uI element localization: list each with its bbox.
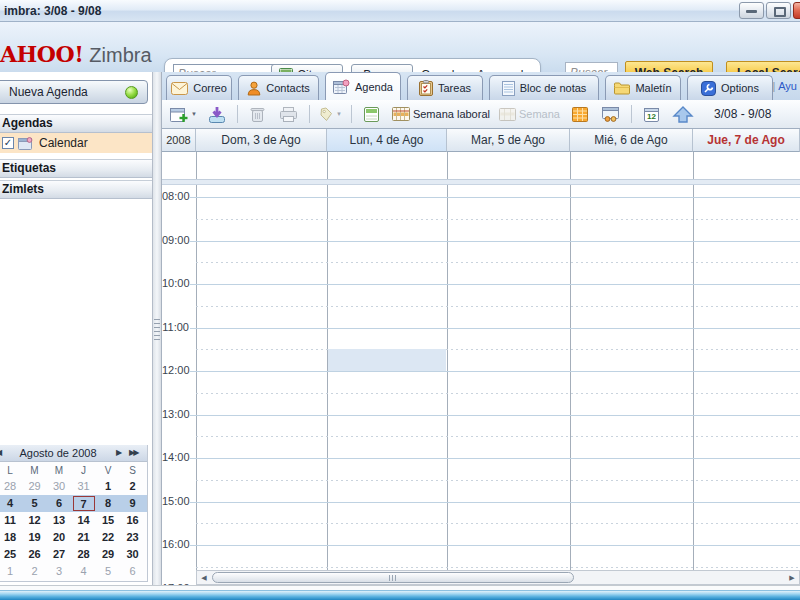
forward-button[interactable]	[669, 103, 697, 125]
scroll-left-icon[interactable]	[197, 571, 211, 584]
work-week-view-button[interactable]: Semana laboral	[389, 103, 493, 125]
minical-day-cell[interactable]: 2	[122, 479, 144, 494]
minical-day-cell[interactable]: 19	[24, 530, 46, 545]
selected-slot[interactable]	[328, 349, 446, 371]
minical-day-cell[interactable]: 5	[24, 496, 46, 511]
scroll-grip-icon	[389, 575, 398, 581]
minical-day-cell[interactable]: 8	[97, 496, 119, 511]
status-bar	[0, 590, 800, 600]
minical-day-cell[interactable]: 4	[0, 496, 21, 511]
tab-label: Options	[721, 82, 759, 94]
minical-day-cell[interactable]: 26	[24, 547, 46, 562]
scroll-right-icon[interactable]	[785, 571, 799, 584]
new-agenda-label: Nueva Agenda	[9, 85, 88, 99]
toolbar-button-label: Semana	[519, 108, 560, 120]
minimize-button[interactable]	[739, 2, 764, 19]
minical-day-cell[interactable]: 28	[0, 479, 21, 494]
minical-day-cell[interactable]: 12	[24, 513, 46, 528]
minical-day-cell[interactable]: 18	[0, 530, 21, 545]
minical-day-cell[interactable]: 22	[97, 530, 119, 545]
time-label: 14:00	[162, 451, 189, 463]
half-hour-line	[196, 306, 800, 307]
tab-options[interactable]: Options	[687, 75, 773, 100]
schedule-view-button[interactable]	[597, 103, 625, 125]
section-etiquetas[interactable]: Etiquetas	[0, 159, 152, 178]
half-hour-line	[196, 436, 800, 437]
minical-day-cell[interactable]: 28	[73, 547, 95, 562]
minical-day-cell[interactable]: 29	[97, 547, 119, 562]
minical-day-cell[interactable]: 16	[122, 513, 144, 528]
calendar-checkbox[interactable]	[2, 137, 14, 149]
tab-correo[interactable]: Correo	[166, 75, 232, 100]
minical-day-cell[interactable]: 13	[48, 513, 70, 528]
app-header: AHOO!Zimbra Citas Buscar Guardar Avanzad…	[0, 22, 800, 72]
minical-day-cell[interactable]: 5	[97, 564, 119, 579]
minical-day-cell[interactable]: 3	[48, 564, 70, 579]
calendar-folder-item[interactable]: Calendar	[0, 133, 152, 153]
day-header-cell[interactable]: Lun, 4 de Ago	[327, 129, 447, 152]
day-header-cell[interactable]: Mié, 6 de Ago	[570, 129, 693, 152]
column-divider	[447, 185, 448, 585]
refresh-button[interactable]	[203, 103, 231, 125]
tab-maletín[interactable]: Maletín	[605, 75, 681, 100]
minical-day-cell[interactable]: 6	[122, 564, 144, 579]
minical-day-cell[interactable]: 30	[48, 479, 70, 494]
new-agenda-button[interactable]: Nueva Agenda	[0, 80, 148, 104]
column-divider	[693, 185, 694, 585]
notebook-icon	[502, 81, 515, 96]
minical-day-cell[interactable]: 29	[24, 479, 46, 494]
day-header-cell[interactable]: Jue, 7 de Ago	[693, 129, 800, 152]
half-hour-line	[196, 349, 800, 350]
minical-day-cell[interactable]: 1	[0, 564, 21, 579]
half-hour-line	[196, 567, 800, 568]
minical-day-cell[interactable]: 2	[24, 564, 46, 579]
minical-day-name: J	[72, 465, 96, 476]
section-zimlets[interactable]: Zimlets	[0, 180, 152, 199]
tag-icon	[319, 107, 333, 122]
minical-day-cell[interactable]: 15	[97, 513, 119, 528]
help-link[interactable]: |Ayu	[772, 80, 797, 92]
time-label: 16:00	[162, 538, 189, 550]
minical-day-cell[interactable]: 9	[122, 496, 144, 511]
minical-day-cell[interactable]: 20	[48, 530, 70, 545]
month-view-button[interactable]	[566, 103, 594, 125]
time-label: 10:00	[162, 277, 189, 289]
minical-day-cell[interactable]: 25	[0, 547, 21, 562]
day-header-cell[interactable]: Dom, 3 de Ago	[196, 129, 327, 152]
tab-tareas[interactable]: Tareas	[407, 75, 483, 100]
minical-today-cell[interactable]: 7	[73, 496, 95, 511]
minical-next-icon[interactable]	[116, 448, 122, 457]
section-agendas[interactable]: Agendas	[0, 114, 152, 133]
day-header-cell[interactable]: Mar, 5 de Ago	[447, 129, 570, 152]
maximize-button[interactable]	[766, 2, 791, 19]
minical-day-cell[interactable]: 30	[122, 547, 144, 562]
minical-day-cell[interactable]: 11	[0, 513, 21, 528]
today-button[interactable]: 12	[638, 103, 666, 125]
minical-day-cell[interactable]: 6	[48, 496, 70, 511]
time-grid[interactable]: 08:0009:0010:0011:0012:0013:0014:0015:00…	[162, 185, 800, 585]
minical-day-cell[interactable]: 23	[122, 530, 144, 545]
horizontal-scrollbar[interactable]	[196, 570, 800, 585]
sidebar-splitter[interactable]	[152, 72, 162, 585]
tab-bloc-de-notas[interactable]: Bloc de notas	[489, 75, 599, 100]
minical-day-cell[interactable]: 4	[73, 564, 95, 579]
main-area: |Ayu CorreoContactsAgendaTareasBloc de n…	[162, 72, 800, 585]
toolbar-separator	[631, 105, 632, 123]
minical-day-cell[interactable]: 1	[97, 479, 119, 494]
section-etiquetas-label: Etiquetas	[2, 161, 56, 175]
tab-label: Agenda	[355, 81, 393, 93]
tab-agenda[interactable]: Agenda	[325, 72, 401, 100]
minical-day-cell[interactable]: 27	[48, 547, 70, 562]
minical-day-cell[interactable]: 21	[73, 530, 95, 545]
scroll-thumb[interactable]	[212, 572, 574, 583]
close-button[interactable]	[793, 2, 800, 19]
minical-day-cell[interactable]: 31	[73, 479, 95, 494]
dropdown-arrow-icon	[336, 111, 342, 117]
minical-fast-next-icon[interactable]	[129, 448, 137, 457]
new-appointment-button[interactable]	[167, 103, 200, 125]
allday-row[interactable]	[162, 152, 800, 179]
time-label: 12:00	[162, 364, 189, 376]
day-view-button[interactable]	[358, 103, 386, 125]
tab-contacts[interactable]: Contacts	[238, 75, 319, 100]
minical-day-cell[interactable]: 14	[73, 513, 95, 528]
